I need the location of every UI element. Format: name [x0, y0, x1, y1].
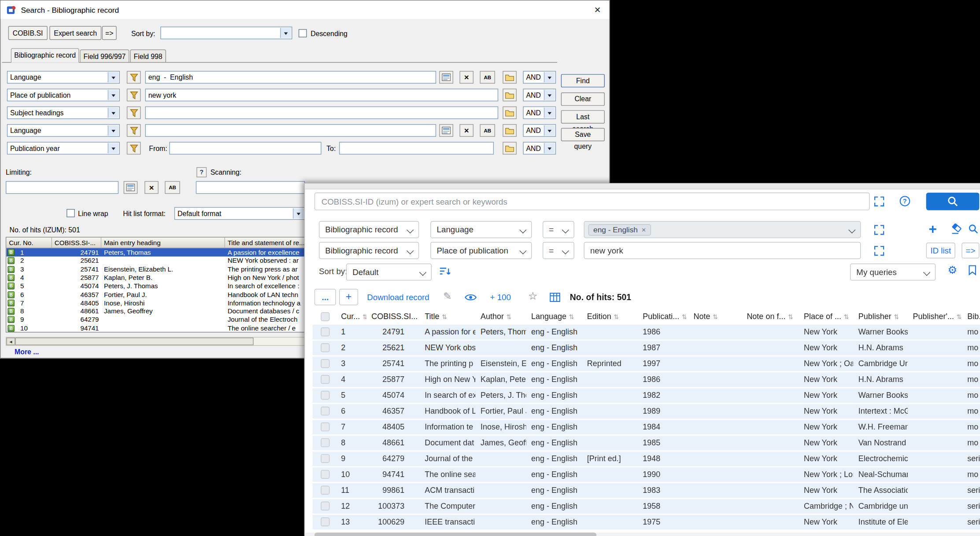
result-row[interactable]: 225621NEW York obseng - English1987New Y…: [313, 341, 980, 355]
help-icon[interactable]: ?: [196, 167, 207, 177]
sort-arrows-icon[interactable]: ⇅: [894, 313, 899, 320]
field-select-1[interactable]: Language: [7, 71, 120, 84]
settings-gear-icon[interactable]: ⚙: [948, 265, 958, 275]
dropdown-arrow-icon[interactable]: [544, 90, 555, 100]
edit-pencil-icon[interactable]: ✎: [443, 291, 451, 301]
row-checkbox[interactable]: [321, 407, 329, 415]
clear-field-button-4[interactable]: ✕: [459, 124, 473, 137]
download-record-link[interactable]: Download record: [367, 293, 429, 302]
last-search-button[interactable]: Last search: [561, 110, 605, 123]
sort-arrows-icon[interactable]: ⇅: [614, 313, 619, 320]
dropdown-arrow-icon[interactable]: [280, 28, 291, 38]
truncation-ab-button-4[interactable]: AB: [480, 124, 495, 137]
column-header-author[interactable]: Author⇅: [481, 308, 526, 325]
tab-bibliographic-record[interactable]: Bibliographic record: [11, 48, 79, 62]
transfer-button[interactable]: =>: [962, 242, 979, 258]
scrollbar-thumb[interactable]: [15, 338, 254, 345]
save-query-button[interactable]: Save query: [561, 128, 605, 141]
result-row[interactable]: 646357Handbook of LFortier, Paul J.eng -…: [313, 404, 980, 419]
value-tag-field-1[interactable]: eng - English×: [584, 221, 861, 238]
value-input-3[interactable]: [145, 106, 499, 119]
dropdown-arrow-icon[interactable]: [108, 143, 118, 153]
column-header-cur-no[interactable]: Cur...⇅: [341, 308, 366, 325]
descending-checkbox[interactable]: [299, 29, 307, 37]
row-checkbox[interactable]: [321, 359, 329, 368]
operator-select-2[interactable]: =: [543, 242, 574, 259]
result-row[interactable]: 848661Document datJames, Geoffreeng - En…: [313, 436, 980, 450]
expert-search-button[interactable]: Expert search: [49, 26, 101, 40]
folder-button-4[interactable]: [503, 124, 517, 137]
operator-select-4[interactable]: AND: [523, 124, 556, 137]
tab-field-998[interactable]: Field 998: [130, 49, 166, 62]
result-row[interactable]: 13100629IEEE transactieng - English1975N…: [313, 515, 980, 529]
funnel-icon-button-5[interactable]: [127, 142, 141, 154]
my-queries-select[interactable]: My queries: [850, 264, 936, 281]
sort-arrows-icon[interactable]: ⇅: [713, 313, 718, 320]
dropdown-arrow-icon[interactable]: [108, 90, 118, 100]
column-header-edition[interactable]: Edition⇅: [587, 308, 638, 325]
help-icon[interactable]: ?: [899, 196, 910, 206]
dropdown-arrow-icon[interactable]: [108, 125, 118, 136]
select-all-checkbox[interactable]: [321, 312, 329, 321]
result-row[interactable]: 325741The printing pEisenstein, Elizeng …: [313, 356, 980, 371]
titlebar[interactable]: Search - Bibliographic record ✕: [0, 0, 609, 19]
column-header-2[interactable]: Main entry heading: [101, 238, 225, 248]
expand-icon[interactable]: [874, 225, 884, 235]
operator-select-1[interactable]: AND: [523, 71, 556, 84]
column-header-cobiss-id[interactable]: COBISS.SI...⇅: [371, 308, 419, 325]
dropdown-arrow-icon[interactable]: [293, 208, 303, 218]
column-header-bib-level[interactable]: Bib...⇅: [967, 308, 980, 325]
dropdown-arrow-icon[interactable]: [108, 108, 118, 118]
column-header-0[interactable]: Cur. No.: [6, 238, 52, 248]
clear-limiting-button[interactable]: ✕: [144, 181, 159, 194]
result-row[interactable]: 964279Journal of theeng - English[Print …: [313, 452, 980, 466]
operator-select-3[interactable]: AND: [523, 106, 556, 119]
sort-arrows-icon[interactable]: ⇅: [957, 313, 962, 320]
catalogue-icon-button-4[interactable]: [439, 124, 453, 137]
sort-arrows-icon[interactable]: ⇅: [844, 313, 849, 320]
dropdown-arrow-icon[interactable]: [544, 143, 555, 153]
find-button[interactable]: Find: [561, 74, 605, 87]
record-type-select-1[interactable]: Bibliographic record: [319, 221, 419, 238]
column-header-language[interactable]: Language⇅: [531, 308, 582, 325]
column-header-1[interactable]: COBISS.SI-...: [52, 238, 101, 248]
row-checkbox[interactable]: [321, 486, 329, 495]
tab-field-996-997[interactable]: Field 996/997: [80, 49, 129, 62]
result-row[interactable]: 748405Information teInose, Hiroshieng - …: [313, 420, 980, 434]
chip-remove-icon[interactable]: ×: [642, 225, 646, 234]
sort-order-icon[interactable]: [439, 267, 451, 276]
expand-icon[interactable]: [874, 246, 884, 256]
column-header-note-on-f[interactable]: Note on f...⇅: [747, 308, 799, 325]
dropdown-arrow-icon[interactable]: [544, 125, 555, 136]
save-query-icon[interactable]: [968, 265, 977, 275]
column-header-publisher[interactable]: Publisher⇅: [858, 308, 908, 325]
funnel-icon-button-4[interactable]: [127, 124, 141, 137]
result-row[interactable]: 12100373The Computereng - English1958Cam…: [313, 499, 980, 514]
column-header-title[interactable]: Title⇅: [425, 308, 475, 325]
more-actions-button[interactable]: ...: [314, 289, 336, 305]
row-checkbox[interactable]: [321, 327, 329, 336]
transfer-button[interactable]: =>: [102, 26, 117, 40]
search-field-select-1[interactable]: Language: [430, 221, 532, 238]
year-from-input[interactable]: [169, 142, 321, 154]
row-checkbox[interactable]: [321, 391, 329, 400]
sort-arrows-icon[interactable]: ⇅: [569, 313, 574, 320]
field-select-5[interactable]: Publication year: [7, 142, 120, 154]
funnel-icon-button-1[interactable]: [127, 71, 141, 84]
result-row[interactable]: 425877High on New YKaplan, Peter Beng - …: [313, 372, 980, 387]
column-header-note[interactable]: Note⇅: [693, 308, 741, 325]
operator-select-1[interactable]: =: [543, 221, 574, 238]
cobib-si-button[interactable]: COBIB.SI: [8, 26, 48, 40]
field-select-4[interactable]: Language: [7, 124, 120, 137]
value-input-4[interactable]: [145, 124, 436, 137]
clear-button[interactable]: Clear: [561, 92, 605, 106]
truncation-ab-button-limiting[interactable]: AB: [165, 181, 180, 194]
line-wrap-checkbox[interactable]: [67, 209, 75, 217]
folder-button-1[interactable]: [503, 71, 517, 84]
row-checkbox[interactable]: [321, 375, 329, 384]
column-header-publisher-2[interactable]: Publisher'...⇅: [913, 308, 962, 325]
sort-arrows-icon[interactable]: ⇅: [362, 313, 366, 320]
add-filter-icon[interactable]: +: [928, 221, 937, 237]
more-link[interactable]: More ...: [15, 348, 39, 355]
hit-list-format-select[interactable]: Default format: [174, 207, 305, 220]
